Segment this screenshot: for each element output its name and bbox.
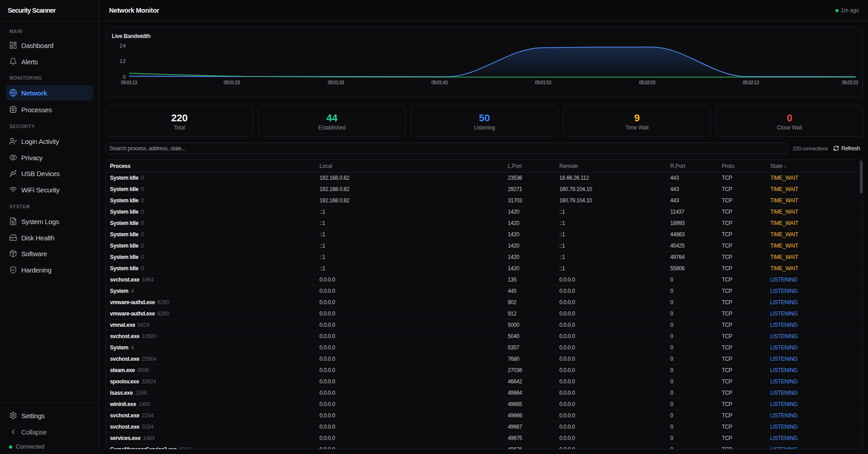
- svg-text:05:02:03: 05:02:03: [639, 80, 655, 85]
- svg-text:05:01:53: 05:01:53: [535, 80, 551, 85]
- svg-text:1.2: 1.2: [120, 58, 126, 64]
- svg-text:05:01:43: 05:01:43: [431, 80, 448, 85]
- svg-text:05:02:23: 05:02:23: [842, 80, 858, 85]
- svg-text:05:01:13: 05:01:13: [121, 80, 137, 85]
- svg-text:05:01:33: 05:01:33: [328, 80, 344, 85]
- svg-text:05:01:23: 05:01:23: [224, 80, 240, 85]
- svg-text:05:02:13: 05:02:13: [743, 80, 759, 85]
- svg-text:0: 0: [123, 74, 126, 80]
- svg-text:2.4: 2.4: [120, 43, 126, 48]
